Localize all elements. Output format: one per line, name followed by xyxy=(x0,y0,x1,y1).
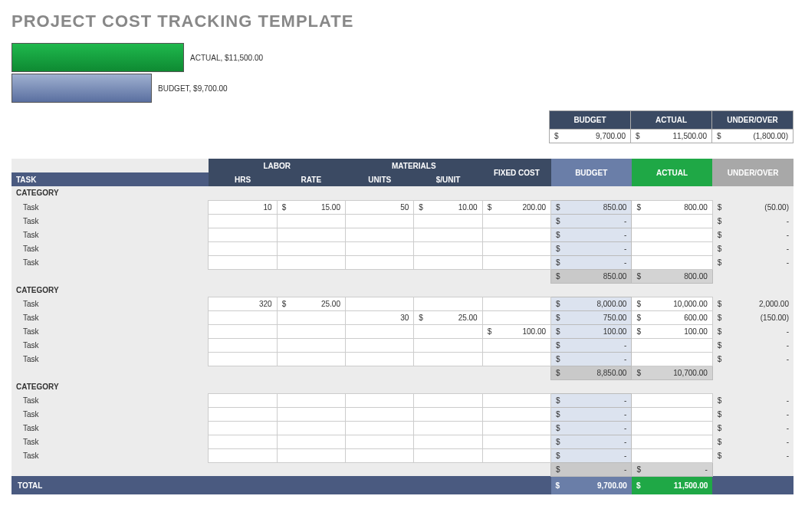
cell-budget[interactable]: $100.00 xyxy=(551,324,632,338)
cell-hrs[interactable]: 320 xyxy=(209,297,277,310)
cell-punit[interactable] xyxy=(414,297,482,310)
cell-actual[interactable]: $10,000.00 xyxy=(632,297,712,310)
cell-units[interactable] xyxy=(346,241,414,255)
cell-punit[interactable] xyxy=(414,255,482,269)
cell-actual[interactable]: $100.00 xyxy=(632,324,712,338)
cell-fixed[interactable] xyxy=(482,338,550,352)
cell-fixed[interactable] xyxy=(482,393,550,407)
cell-punit[interactable]: $10.00 xyxy=(414,200,482,214)
cell-budget[interactable]: $- xyxy=(551,435,632,448)
cell-budget[interactable]: $- xyxy=(551,255,632,269)
cell-hrs[interactable] xyxy=(209,393,277,407)
cell-punit[interactable] xyxy=(414,407,482,421)
cell-actual[interactable] xyxy=(632,255,712,269)
cell-uo[interactable]: $(50.00) xyxy=(712,200,794,214)
cell-actual[interactable] xyxy=(632,241,712,255)
cell-units[interactable] xyxy=(346,297,414,310)
cell-fixed[interactable] xyxy=(482,352,550,366)
cell-hrs[interactable] xyxy=(209,228,277,241)
cell-budget[interactable]: $- xyxy=(551,338,632,352)
cell-actual[interactable] xyxy=(632,228,712,241)
cell-rate[interactable] xyxy=(277,352,345,366)
cell-punit[interactable] xyxy=(414,228,482,241)
cell-uo[interactable]: $(150.00) xyxy=(712,310,794,324)
cell-actual[interactable] xyxy=(632,352,712,366)
cell-fixed[interactable] xyxy=(482,228,550,241)
cell-punit[interactable] xyxy=(414,435,482,448)
cell-uo[interactable]: $- xyxy=(712,241,794,255)
cell-rate[interactable] xyxy=(277,421,345,435)
cell-punit[interactable] xyxy=(414,241,482,255)
cell-fixed[interactable] xyxy=(482,435,550,448)
cell-hrs[interactable] xyxy=(209,338,277,352)
cell-rate[interactable] xyxy=(277,214,345,228)
cell-punit[interactable] xyxy=(414,448,482,462)
cell-units[interactable] xyxy=(346,255,414,269)
cell-rate[interactable] xyxy=(277,435,345,448)
cell-units[interactable] xyxy=(346,338,414,352)
cell-units[interactable] xyxy=(346,421,414,435)
cell-hrs[interactable] xyxy=(209,421,277,435)
cell-rate[interactable] xyxy=(277,324,345,338)
cell-hrs[interactable] xyxy=(209,448,277,462)
cell-fixed[interactable] xyxy=(482,421,550,435)
subtotal-actual[interactable]: $10,700.00 xyxy=(632,366,712,379)
cell-budget[interactable]: $8,000.00 xyxy=(551,297,632,310)
cell-budget[interactable]: $- xyxy=(551,421,632,435)
cell-units[interactable] xyxy=(346,214,414,228)
cell-fixed[interactable] xyxy=(482,241,550,255)
cell-uo[interactable]: $- xyxy=(712,255,794,269)
cell-uo[interactable]: $- xyxy=(712,448,794,462)
subtotal-budget[interactable]: $850.00 xyxy=(551,269,632,283)
cell-punit[interactable] xyxy=(414,214,482,228)
cell-rate[interactable] xyxy=(277,393,345,407)
cell-hrs[interactable] xyxy=(209,324,277,338)
cell-fixed[interactable] xyxy=(482,407,550,421)
cell-uo[interactable]: $- xyxy=(712,435,794,448)
cell-hrs[interactable] xyxy=(209,435,277,448)
cell-uo[interactable]: $- xyxy=(712,214,794,228)
subtotal-budget[interactable]: $- xyxy=(551,462,632,476)
cell-actual[interactable] xyxy=(632,338,712,352)
cell-hrs[interactable] xyxy=(209,214,277,228)
cell-uo[interactable]: $- xyxy=(712,352,794,366)
subtotal-actual[interactable]: $800.00 xyxy=(632,269,712,283)
subtotal-budget[interactable]: $8,850.00 xyxy=(551,366,632,379)
cell-hrs[interactable] xyxy=(209,241,277,255)
cell-fixed[interactable] xyxy=(482,214,550,228)
cell-actual[interactable]: $800.00 xyxy=(632,200,712,214)
cell-uo[interactable]: $- xyxy=(712,393,794,407)
cell-fixed[interactable]: $200.00 xyxy=(482,200,550,214)
cell-rate[interactable] xyxy=(277,255,345,269)
cell-units[interactable]: 30 xyxy=(346,310,414,324)
cell-units[interactable] xyxy=(346,448,414,462)
cell-rate[interactable] xyxy=(277,241,345,255)
cell-units[interactable] xyxy=(346,393,414,407)
cell-uo[interactable]: $- xyxy=(712,421,794,435)
cell-rate[interactable]: $25.00 xyxy=(277,297,345,310)
subtotal-actual[interactable]: $- xyxy=(632,462,712,476)
cell-budget[interactable]: $- xyxy=(551,448,632,462)
cell-actual[interactable] xyxy=(632,448,712,462)
cell-hrs[interactable] xyxy=(209,255,277,269)
cell-uo[interactable]: $- xyxy=(712,228,794,241)
cell-uo[interactable]: $- xyxy=(712,324,794,338)
cell-rate[interactable] xyxy=(277,228,345,241)
cell-actual[interactable]: $600.00 xyxy=(632,310,712,324)
cell-fixed[interactable] xyxy=(482,310,550,324)
cell-hrs[interactable]: 10 xyxy=(209,200,277,214)
cell-units[interactable]: 50 xyxy=(346,200,414,214)
cell-uo[interactable]: $- xyxy=(712,338,794,352)
cell-rate[interactable] xyxy=(277,448,345,462)
cell-actual[interactable] xyxy=(632,421,712,435)
cell-uo[interactable]: $2,000.00 xyxy=(712,297,794,310)
cell-fixed[interactable] xyxy=(482,297,550,310)
cell-hrs[interactable] xyxy=(209,310,277,324)
cell-budget[interactable]: $850.00 xyxy=(551,200,632,214)
cell-rate[interactable] xyxy=(277,338,345,352)
cell-actual[interactable] xyxy=(632,435,712,448)
cell-fixed[interactable] xyxy=(482,448,550,462)
cell-punit[interactable]: $25.00 xyxy=(414,310,482,324)
cell-budget[interactable]: $- xyxy=(551,407,632,421)
cell-actual[interactable] xyxy=(632,214,712,228)
